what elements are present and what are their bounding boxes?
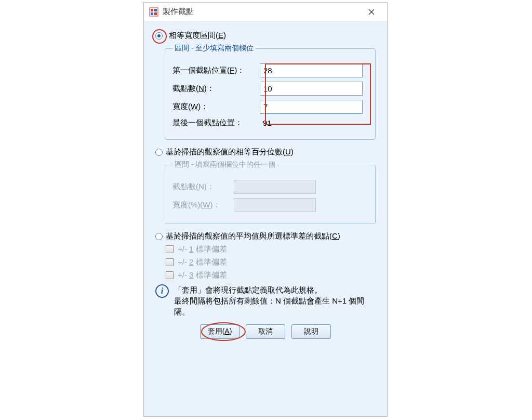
radio-equal-percentile-row[interactable]: 基於掃描的觀察值的相等百分位數(U) — [155, 147, 376, 157]
ncuts-input[interactable] — [260, 82, 363, 96]
app-icon — [149, 7, 158, 17]
info-icon: i — [155, 284, 169, 298]
chk-sd3 — [166, 271, 174, 279]
pct-width-input — [234, 198, 316, 212]
info-note: i 「套用」會將現行截點定義取代為此規格。 最終間隔將包括所有剩餘值：N 個截點… — [155, 284, 376, 317]
last-cut-value: 91 — [260, 119, 272, 127]
close-button[interactable] — [361, 4, 382, 20]
equal-width-group: 區間 - 至少填寫兩個欄位 第一個截點位置(F)： 截點數(N)： 寬 — [165, 44, 376, 140]
dialog-body: 相等寬度區間(E) 區間 - 至少填寫兩個欄位 第一個截點位置(F)： 截點數(… — [144, 21, 387, 416]
chk-sd2-label: +/- 2 標準偏差 — [178, 257, 227, 267]
help-button[interactable]: 說明 — [291, 324, 331, 339]
pct-ncuts-input — [234, 180, 316, 194]
chk-sd1-label: +/- 1 標準偏差 — [178, 244, 227, 254]
radio-equal-percentile[interactable] — [155, 149, 163, 156]
first-cut-label: 第一個截點位置(F)： — [172, 65, 260, 75]
width-input[interactable] — [260, 100, 363, 114]
pct-ncuts-label: 截點數(N)： — [172, 182, 234, 192]
apply-button[interactable]: 套用(A) — [200, 324, 240, 339]
radio-equal-percentile-label: 基於掃描的觀察值的相等百分位數(U) — [166, 147, 294, 157]
chk-sd2 — [166, 258, 174, 266]
width-label: 寬度(W)： — [172, 102, 260, 112]
svg-rect-4 — [154, 12, 157, 15]
chk-sd1 — [166, 245, 174, 253]
dialog-title: 製作截點 — [163, 7, 361, 17]
first-cut-input[interactable] — [260, 63, 363, 77]
equal-width-legend: 區間 - 至少填寫兩個欄位 — [172, 44, 256, 53]
cancel-button[interactable]: 取消 — [246, 324, 285, 339]
chk-sd1-row: +/- 1 標準偏差 — [166, 244, 376, 254]
radio-equal-width-label: 相等寬度區間(E) — [169, 31, 226, 41]
equal-percentile-legend: 區間 - 填寫兩個欄位中的任一個 — [172, 160, 277, 169]
pct-width-label: 寬度(%)(W)： — [172, 200, 234, 210]
ncuts-label: 截點數(N)： — [172, 84, 260, 94]
radio-equal-width-row[interactable]: 相等寬度區間(E) — [155, 31, 376, 41]
titlebar: 製作截點 — [144, 3, 387, 21]
radio-sd[interactable] — [155, 233, 163, 240]
button-row: 套用(A) 取消 說明 — [155, 324, 376, 339]
svg-rect-3 — [151, 12, 153, 15]
radio-equal-width[interactable] — [155, 32, 163, 40]
svg-rect-1 — [151, 9, 153, 11]
info-text: 「套用」會將現行截點定義取代為此規格。 最終間隔將包括所有剩餘值：N 個截點會產… — [174, 284, 376, 317]
radio-sd-label: 基於掃描的觀察值的平均值與所選標準差的截點(C) — [166, 231, 340, 241]
chk-sd3-row: +/- 3 標準偏差 — [166, 270, 376, 280]
chk-sd2-row: +/- 2 標準偏差 — [166, 257, 376, 267]
equal-percentile-group: 區間 - 填寫兩個欄位中的任一個 截點數(N)： 寬度(%)(W)： — [165, 160, 376, 224]
radio-sd-row[interactable]: 基於掃描的觀察值的平均值與所選標準差的截點(C) — [155, 231, 376, 241]
make-cutpoints-dialog: 製作截點 相等寬度區間(E) 區間 - 至少填寫兩個欄位 第一個截點位置(F) — [143, 2, 388, 417]
chk-sd3-label: +/- 3 標準偏差 — [178, 270, 227, 280]
svg-rect-2 — [154, 9, 157, 11]
last-cut-label: 最後一個截點位置： — [172, 118, 260, 128]
